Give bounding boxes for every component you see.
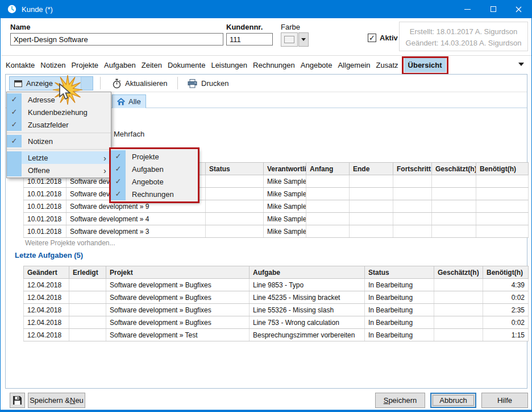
table-cell <box>476 188 529 200</box>
submenu-item-angebote[interactable]: ✓ Angebote <box>111 175 198 188</box>
table-cell: 4:39 <box>483 279 529 291</box>
tab-rechnungen[interactable]: Rechnungen <box>253 58 295 72</box>
aktualisieren-button[interactable]: Aktualisieren <box>113 76 167 90</box>
table-cell <box>393 225 432 238</box>
table-cell <box>306 188 350 200</box>
table-row[interactable]: 10.01.2018Software development » 3Mike S… <box>24 225 529 238</box>
alle-filter-button[interactable]: Alle <box>112 94 146 108</box>
tab-dokumente[interactable]: Dokumente <box>168 58 205 72</box>
table-cell: Mike Sample <box>264 175 306 188</box>
tab-zusatz[interactable]: Zusatz <box>376 58 398 72</box>
table-cell <box>69 329 106 341</box>
table-cell: Software development » Bugfixes <box>106 291 250 304</box>
save-floppy-icon <box>13 396 22 405</box>
table-cell: In Bearbeitung <box>365 316 434 329</box>
printer-icon <box>188 79 197 88</box>
tab-allgemein[interactable]: Allgemein <box>338 58 370 72</box>
close-button[interactable] <box>506 0 531 18</box>
tab-leistungen[interactable]: Leistungen <box>211 58 247 72</box>
button-label: Abbruch <box>439 396 467 405</box>
checkmark-icon: ✓ <box>111 188 126 200</box>
kundennr-field[interactable] <box>226 33 273 46</box>
table-cell <box>350 175 393 188</box>
table-cell <box>306 175 350 188</box>
menu-item-letzte[interactable]: Letzte › <box>7 151 111 164</box>
save-icon-button[interactable] <box>10 393 25 408</box>
color-dropdown-button[interactable] <box>298 32 309 47</box>
color-swatch <box>284 36 294 43</box>
column-header: Fortschritt <box>393 163 432 175</box>
submenu-item-rechnungen[interactable]: ✓ Rechnungen <box>111 188 198 200</box>
table-row[interactable]: 12.04.2018Software development » Bugfixe… <box>24 316 529 329</box>
table-row[interactable]: 10.01.2018Software development » 4Mike S… <box>24 213 529 225</box>
tab-angebote[interactable]: Angebote <box>301 58 332 72</box>
table-row[interactable]: 12.04.2018Software development » Bugfixe… <box>24 291 529 304</box>
tab-zeiten[interactable]: Zeiten <box>142 58 162 72</box>
submenu-item-projekte[interactable]: ✓ Projekte <box>111 150 198 163</box>
table-cell: Software development » 4 <box>66 213 206 225</box>
table-cell <box>306 213 350 225</box>
maximize-button[interactable] <box>480 0 506 18</box>
table-cell <box>350 213 393 225</box>
table-row[interactable]: 10.01.2018Software development » 9Mike S… <box>24 200 529 213</box>
table-cell <box>476 175 529 188</box>
table-cell: Mike Sample <box>264 200 306 213</box>
table-cell <box>476 213 529 225</box>
hilfe-button[interactable]: Hilfe <box>481 393 528 408</box>
minimize-button[interactable] <box>455 0 480 18</box>
aktiv-checkbox[interactable]: ✓ <box>368 34 376 42</box>
stopwatch-refresh-icon <box>113 79 121 89</box>
table-cell <box>393 200 432 213</box>
clock-app-icon <box>7 5 16 14</box>
table-cell: Software development » Test <box>106 329 250 341</box>
aktualisieren-label: Aktualisieren <box>125 79 167 88</box>
column-header: Benötigt(h) <box>476 163 529 175</box>
tab-uebersicht[interactable]: Übersicht <box>404 58 446 72</box>
checkmark-icon: ✓ <box>7 106 22 118</box>
maximize-icon <box>491 6 496 12</box>
table-header-row: GeändertErledigtProjektAufgabeStatusGesc… <box>24 266 529 279</box>
anzeige-dropdown-menu: ✓ Adresse ✓ Kundenbeziehung ✓ Zusatzfeld… <box>6 92 111 178</box>
tab-aufgaben[interactable]: Aufgaben <box>104 58 136 72</box>
color-swatch-button[interactable] <box>281 32 298 47</box>
letzte-aufgaben-table: GeändertErledigtProjektAufgabeStatusGesc… <box>23 266 529 341</box>
tab-kontakte[interactable]: Kontakte <box>6 58 35 72</box>
table-cell <box>434 329 483 341</box>
tab-overflow-button[interactable] <box>518 63 524 66</box>
menu-item-offene[interactable]: Offene › <box>7 164 111 176</box>
mnemonic: S <box>384 396 389 405</box>
menu-item-label: Projekte <box>126 153 198 161</box>
name-field[interactable] <box>10 33 223 46</box>
table-cell: Software development » Bugfixes <box>106 279 250 291</box>
table-row[interactable]: 12.04.2018Software development » Bugfixe… <box>24 279 529 291</box>
table-row[interactable]: 12.04.2018Software development » Bugfixe… <box>24 304 529 316</box>
table-row[interactable]: 10.01.2018Software develoMike Sample <box>24 188 529 200</box>
anzeige-dropdown-split[interactable] <box>81 77 93 90</box>
speichern-und-neu-button[interactable]: Speichern & Neu <box>28 393 85 408</box>
menu-item-zusatzfelder[interactable]: ✓ Zusatzfelder <box>7 118 111 131</box>
home-icon <box>117 98 125 105</box>
menu-item-notizen[interactable]: ✓ Notizen <box>7 135 111 147</box>
table-cell <box>432 188 476 200</box>
tab-projekte[interactable]: Projekte <box>71 58 98 72</box>
table-cell: Mike Sample <box>264 225 306 238</box>
table-cell <box>69 316 106 329</box>
speichern-button[interactable]: Speichern <box>375 393 425 408</box>
submenu-item-aufgaben[interactable]: ✓ Aufgaben <box>111 163 198 175</box>
menu-item-label: Zusatzfelder <box>22 121 111 129</box>
menu-item-label: Angebote <box>126 178 198 186</box>
window-title: Kunde (*) <box>22 5 53 14</box>
abbruch-button[interactable]: Abbruch <box>430 393 476 408</box>
tab-notizen[interactable]: Notizen <box>40 58 65 72</box>
window-view-icon <box>14 80 22 87</box>
checkmark-icon: ✓ <box>111 163 126 175</box>
table-cell <box>206 200 264 213</box>
menu-item-kundenbeziehung[interactable]: ✓ Kundenbeziehung <box>7 106 111 118</box>
column-header: Status <box>206 163 264 175</box>
drucken-button[interactable]: Drucken <box>188 76 228 90</box>
table-cell <box>434 304 483 316</box>
menu-item-adresse[interactable]: ✓ Adresse <box>7 93 111 106</box>
table-row[interactable]: 12.04.2018Software development » TestBes… <box>24 329 529 341</box>
table-cell <box>206 175 264 188</box>
anzeige-split-button[interactable]: Anzeige <box>9 76 93 90</box>
